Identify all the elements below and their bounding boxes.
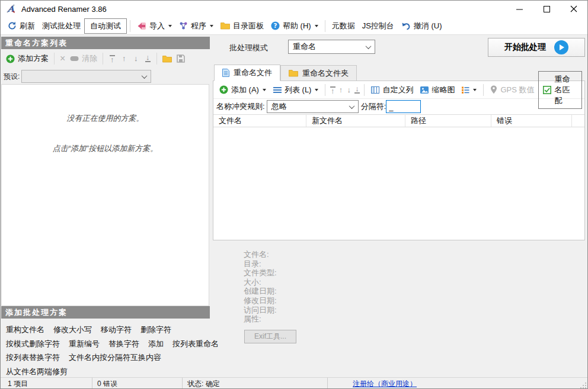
thumbnails-button[interactable]: 缩略图 — [417, 83, 458, 97]
column-header-path[interactable]: 路径 — [405, 115, 491, 127]
method-list: 重构文件名 修改大小写 移动字符 删除字符 按模式删除字符 重新编号 替换字符 … — [1, 320, 210, 381]
info-label-size: 大小: — [244, 278, 277, 287]
auto-test-toggle[interactable]: 自动测试 — [84, 18, 127, 34]
exif-tool-button[interactable]: Exif工具... — [244, 330, 296, 343]
metadata-button[interactable]: 元数据 — [328, 19, 359, 33]
save-floppy-icon — [177, 54, 185, 63]
arrow-up-icon: ↑ — [110, 57, 114, 63]
tab-rename-folders[interactable]: 重命名文件夹 — [280, 65, 357, 81]
add-plus-icon — [219, 85, 228, 94]
add-files-button[interactable]: 添加 (A) — [216, 83, 270, 97]
status-state: 状态: 确定 — [183, 378, 328, 389]
bar — [145, 61, 151, 62]
file-info-panel: 文件名: 目录: 文件类型: 大小: 创建日期: 修改日期: 访问日期: 属性: — [244, 250, 277, 324]
view-style-icon — [462, 86, 469, 94]
conflict-rule-select[interactable]: 忽略 — [267, 100, 359, 113]
info-label-filetype: 文件类型: — [244, 268, 277, 278]
file-move-up-button[interactable]: ↑ — [337, 87, 345, 93]
save-scheme-button[interactable] — [174, 53, 187, 64]
test-batch-button[interactable]: 测试批处理 — [39, 19, 84, 33]
close-x-icon: × — [60, 55, 65, 62]
main-toolbar: 刷新 测试批处理 自动测试 导入 程序 — [1, 17, 587, 35]
separator-label: 分隔符: — [361, 101, 386, 112]
start-batch-button[interactable]: 开始批处理 — [488, 38, 585, 57]
move-top-button[interactable]: ↑ — [106, 54, 118, 63]
program-button[interactable]: 程序 — [175, 19, 217, 33]
refresh-button[interactable]: 刷新 — [4, 19, 39, 33]
empty-message-line2: 点击“添加”按钮以添加新方案。 — [2, 143, 209, 154]
file-move-bottom-button[interactable]: ↓ — [353, 86, 362, 94]
tab-rename-files[interactable]: 重命名文件 — [214, 65, 280, 81]
close-icon — [570, 5, 577, 12]
batch-mode-select[interactable]: 重命名 — [288, 40, 375, 54]
view-style-button[interactable] — [458, 85, 480, 95]
remove-scheme-button[interactable]: × — [57, 54, 68, 63]
maximize-button[interactable] — [533, 1, 560, 17]
separator-input[interactable] — [386, 100, 421, 113]
js-console-button[interactable]: JS控制台 — [359, 19, 398, 33]
method-add[interactable]: 添加 — [148, 337, 164, 351]
close-button[interactable] — [560, 1, 587, 17]
app-window: A Advanced Renamer 3.86 刷新 测试批处理 — [0, 0, 588, 389]
method-trim-ends[interactable]: 从文件名两端修剪 — [6, 365, 68, 379]
method-list-replace[interactable]: 按列表替换字符 — [6, 351, 60, 365]
arrow-down-icon: ↓ — [347, 87, 351, 93]
list-button[interactable]: 列表 (L) — [270, 83, 322, 97]
toolbar-separator — [156, 53, 157, 65]
move-down-button[interactable]: ↓ — [130, 56, 142, 62]
add-batch-panel-header: 添加批处理方案 — [1, 306, 210, 319]
folder-icon — [220, 22, 230, 30]
undo-button[interactable]: 撤消 (U) — [398, 19, 446, 33]
method-replace[interactable]: 替换字符 — [108, 337, 139, 351]
method-move-chars[interactable]: 移动字符 — [101, 323, 132, 337]
method-remove-chars[interactable]: 删除字符 — [140, 323, 171, 337]
method-renumber[interactable]: 重新编号 — [69, 337, 100, 351]
scheme-list[interactable]: 没有正在使用的方案。 点击“添加”按钮以添加新方案。 — [1, 84, 209, 306]
minimize-button[interactable] — [506, 1, 533, 17]
help-button[interactable]: ? 帮助 (H) — [267, 19, 322, 33]
window-title: Advanced Renamer 3.86 — [21, 5, 107, 14]
status-errors: 0 错误 — [92, 378, 183, 389]
import-button[interactable]: 导入 — [133, 19, 175, 33]
move-up-button[interactable]: ↑ — [118, 56, 130, 62]
play-icon — [554, 40, 568, 54]
folder-panel-button[interactable]: 目录面板 — [217, 19, 267, 33]
column-header-filename[interactable]: 文件名 — [213, 115, 306, 127]
column-header-new-filename[interactable]: 新文件名 — [306, 115, 405, 127]
resize-grip-icon[interactable] — [580, 382, 586, 388]
dropdown-caret-icon — [473, 89, 477, 91]
file-doc-icon — [222, 69, 229, 77]
file-move-down-button[interactable]: ↓ — [345, 87, 353, 93]
gps-values-button[interactable]: GPS 数值 — [487, 83, 538, 97]
file-table-body[interactable] — [213, 127, 584, 240]
preset-select[interactable] — [21, 70, 151, 83]
method-swap-by-separator[interactable]: 文件名内按分隔符互换内容 — [69, 351, 161, 365]
preset-row: 预设: — [1, 69, 210, 83]
arrow-down-icon: ↓ — [146, 54, 150, 60]
status-register: 注册给（商业用途） — [328, 378, 587, 389]
columns-icon — [371, 86, 379, 94]
file-tabs: 重命名文件 重命名文件夹 — [214, 65, 357, 81]
method-rebuild-filename[interactable]: 重构文件名 — [6, 323, 44, 337]
open-scheme-button[interactable] — [160, 54, 174, 64]
file-panel: 添加 (A) 列表 (L) ↑ ↑ ↓ ↓ — [213, 81, 585, 240]
method-remove-pattern[interactable]: 按模式删除字符 — [6, 337, 60, 351]
conflict-rule-value: 忽略 — [271, 101, 287, 112]
method-change-case[interactable]: 修改大小写 — [53, 323, 92, 337]
custom-columns-button[interactable]: 自定义列 — [368, 83, 417, 97]
dropdown-caret-icon — [210, 25, 213, 27]
method-list-rename[interactable]: 按列表重命名 — [172, 337, 219, 351]
move-bottom-button[interactable]: ↓ — [142, 54, 154, 63]
clear-schemes-button[interactable]: 清除 — [68, 52, 100, 65]
add-scheme-button[interactable]: 添加方案 — [4, 52, 51, 65]
column-header-error[interactable]: 错误 — [491, 115, 572, 127]
status-items: 1 项目 — [1, 378, 92, 389]
arrow-down-icon: ↓ — [134, 56, 138, 62]
empty-message-line1: 没有正在使用的方案。 — [2, 113, 209, 124]
svg-text:?: ? — [274, 22, 277, 29]
preset-label: 预设: — [4, 72, 20, 82]
conflict-rule-label: 名称冲突规则: — [216, 101, 265, 112]
refresh-icon — [8, 21, 17, 30]
file-move-top-button[interactable]: ↑ — [328, 86, 337, 94]
register-link[interactable]: 注册给（商业用途） — [353, 379, 417, 389]
